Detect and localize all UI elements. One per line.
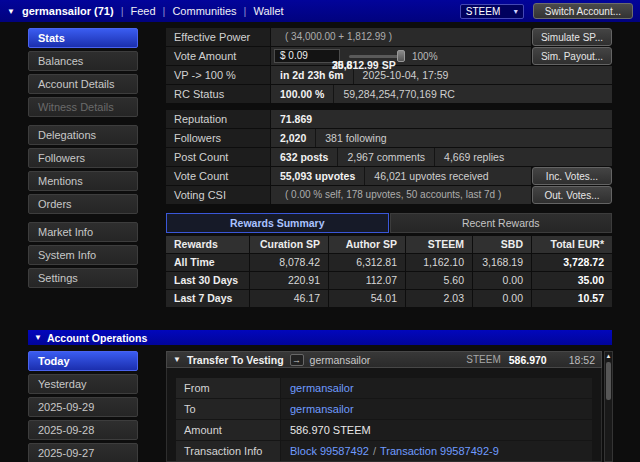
date-item-2025-09-27[interactable]: 2025-09-27 [28,443,138,462]
sidebar-group-system: Market Info System Info Settings [28,222,138,288]
sidebar-item-account-details[interactable]: Account Details [28,74,138,94]
curation-sp-value: 220.91 [250,272,328,289]
stat-value: 55,093 upvotes 46,021 upvotes received [271,167,531,185]
detail-row-from: From germansailor [176,378,592,398]
nav-communities[interactable]: Communities [172,5,236,17]
curation-sp-value: 8,078.42 [250,254,328,271]
section-title: Account Operations [47,332,147,344]
scroll-up-icon[interactable]: ▲ [605,352,612,361]
rewards-section: Rewards Summary Recent Rewards Rewards C… [166,213,612,307]
sbd-value: 0.00 [473,290,531,307]
sbd-value: 0.00 [473,272,531,289]
total-eur-value: 3,728.72 [532,254,612,271]
stat-label: Voting CSI [166,186,270,204]
stat-value: 20.6 ( 0.00 % self, 178 upvotes, 50 acco… [271,186,531,204]
transaction-header[interactable]: ▼ Transfer To Vesting → germansailor STE… [166,351,602,368]
following-count: 381 following [315,129,395,147]
transaction-header-right: STEEM 586.970 18:52 [466,354,595,366]
col-steem: STEEM [406,236,472,253]
steem-value: 5.60 [406,272,472,289]
stat-value: 100.00 % 59,284,254,770,169 RC [271,85,612,103]
transaction-type: Transfer To Vesting [187,354,284,366]
sidebar-item-settings[interactable]: Settings [28,268,138,288]
nav-wallet[interactable]: Wallet [253,5,283,17]
sidebar-item-stats[interactable]: Stats [28,28,138,48]
author-sp-value: 6,312.81 [329,254,405,271]
simulate-sp-button[interactable]: Simulate SP... [532,28,612,46]
upvotes-received: 46,021 upvotes received [364,167,497,185]
chevron-down-icon: ▾ [514,7,518,16]
comments-count: 2,967 comments [337,148,434,166]
nav-separator: | [121,5,124,17]
info-separator: / [373,445,376,457]
row-name: Last 30 Days [166,272,249,289]
rewards-row-all-time: All Time 8,078.42 6,312.81 1,162.10 3,16… [166,254,612,271]
sidebar-item-followers[interactable]: Followers [28,148,138,168]
out-votes-button[interactable]: Out. Votes... [532,186,612,204]
detail-label: To [176,399,280,419]
amount-value: 586.970 STEEM [290,424,371,436]
posts-count: 632 posts [271,148,337,166]
block-link[interactable]: Block 99587492 [290,445,369,457]
rewards-tabs: Rewards Summary Recent Rewards [166,213,612,233]
sidebar-item-balances[interactable]: Balances [28,51,138,71]
stats-row-voting-csi: Voting CSI 20.6 ( 0.00 % self, 178 upvot… [166,186,612,204]
scrollbar-thumb[interactable] [606,362,611,400]
from-account-link[interactable]: germansailor [290,382,354,394]
operations-date-list: Today Yesterday 2025-09-29 2025-09-28 20… [28,351,138,462]
date-item-today[interactable]: Today [28,351,138,371]
stat-label: RC Status [166,85,270,103]
rewards-row-last-7-days: Last 7 Days 46.17 54.01 2.03 0.00 10.57 [166,290,612,307]
currency-select-value: STEEM [466,6,500,17]
to-account-link[interactable]: germansailor [290,403,354,415]
col-author-sp: Author SP [329,236,405,253]
stats-row-effective-power: Effective Power 35,812.99 SP ( 34,000.00… [166,28,612,46]
sidebar-item-orders[interactable]: Orders [28,194,138,214]
date-item-2025-09-29[interactable]: 2025-09-29 [28,397,138,417]
sidebar: Stats Balances Account Details Witness D… [28,28,138,296]
account-operations-header[interactable]: ▼ Account Operations [28,330,612,345]
account-menu-caret-icon[interactable]: ▼ [7,7,15,16]
tab-rewards-summary[interactable]: Rewards Summary [166,213,389,233]
sidebar-item-delegations[interactable]: Delegations [28,125,138,145]
curation-sp-value: 46.17 [250,290,328,307]
date-item-2025-09-28[interactable]: 2025-09-28 [28,420,138,440]
stat-label: Effective Power [166,28,270,46]
followers-count: 2,020 [271,129,315,147]
stats-row-followers: Followers 2,020 381 following [166,129,612,147]
reputation-value: 71.869 [271,110,321,128]
stat-value: 2,020 381 following [271,129,612,147]
operations-panel: ▼ Transfer To Vesting → germansailor STE… [166,351,602,462]
account-name[interactable]: germansailor (71) [22,5,114,17]
sidebar-item-witness-details[interactable]: Witness Details [28,97,138,117]
stat-value: 35,812.99 SP ( 34,000.00 + 1,812.99 ) [271,28,531,46]
stats-panel: Effective Power 35,812.99 SP ( 34,000.00… [166,28,612,308]
sidebar-item-system-info[interactable]: System Info [28,245,138,265]
col-total-eur: Total EUR* [532,236,612,253]
sidebar-item-mentions[interactable]: Mentions [28,171,138,191]
author-sp-value: 54.01 [329,290,405,307]
switch-account-button[interactable]: Switch Account... [533,3,633,19]
vote-amount-value: $ 0.09 [274,49,340,63]
currency-select[interactable]: STEEM ▾ [460,4,524,19]
collapse-caret-icon: ▼ [173,355,181,364]
nav-separator: | [163,5,166,17]
date-item-yesterday[interactable]: Yesterday [28,374,138,394]
total-eur-value: 35.00 [532,272,612,289]
stats-row-reputation: Reputation 71.869 [166,110,612,128]
inc-votes-button[interactable]: Inc. Votes... [532,167,612,185]
transaction-amount: 586.970 [509,354,547,366]
nav-feed[interactable]: Feed [130,5,155,17]
sidebar-item-market-info[interactable]: Market Info [28,222,138,242]
col-rewards: Rewards [166,236,249,253]
tab-recent-rewards[interactable]: Recent Rewards [390,213,613,233]
operations-scrollbar[interactable]: ▲ [604,351,613,462]
transaction-link[interactable]: Transaction 99587492-9 [380,445,499,457]
steem-value: 2.03 [406,290,472,307]
rewards-table-header: Rewards Curation SP Author SP STEEM SBD … [166,236,612,253]
steem-value: 1,162.10 [406,254,472,271]
stat-label: Reputation [166,110,270,128]
stat-value: 632 posts 2,967 comments 4,669 replies [271,148,612,166]
collapse-caret-icon: ▼ [34,333,42,342]
sidebar-group-social: Delegations Followers Mentions Orders [28,125,138,214]
